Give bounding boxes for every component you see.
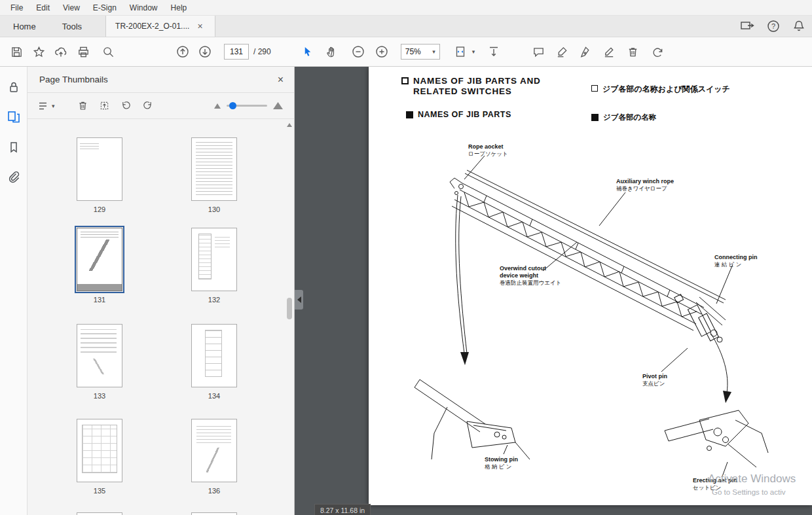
thumbnail-page-132[interactable]: 132 [181, 228, 247, 304]
help-icon: ? [767, 20, 780, 33]
page-thumbnails-panel-button[interactable] [7, 110, 21, 124]
tab-document[interactable]: TR-200EX-2_O-01.... × [105, 16, 215, 37]
hand-tool-button[interactable] [322, 42, 342, 62]
slider-knob[interactable] [229, 102, 236, 109]
tab-home[interactable]: Home [0, 16, 49, 37]
collapse-panel-button[interactable] [295, 290, 303, 310]
menu-edit[interactable]: Edit [29, 0, 56, 15]
large-thumbnail-icon[interactable] [272, 101, 284, 110]
sign-button[interactable] [576, 42, 595, 62]
thumbnail-page-133[interactable]: 133 [67, 324, 132, 400]
close-document-icon[interactable]: × [197, 22, 202, 31]
thumbnail-page-134[interactable]: 134 [181, 324, 247, 400]
thumbnail-image[interactable] [191, 137, 237, 201]
previous-page-button[interactable] [173, 42, 193, 62]
document-view-area: NAMES OF JIB PARTS AND RELATED SWITCHES … [295, 67, 812, 515]
label-connecting-pin: Connecting pin 連 結 ピ ン [714, 254, 758, 268]
main-toolbar: / 290 75% ▾ [0, 37, 812, 67]
menu-help[interactable]: Help [164, 0, 194, 15]
thumbnail-image[interactable] [77, 512, 122, 515]
chevron-down-icon[interactable]: ▾ [472, 48, 475, 55]
page-number-input[interactable] [224, 44, 249, 60]
thumbnail-scrollbar[interactable] [286, 122, 293, 514]
thumbnail-page-135[interactable]: 135 [67, 419, 132, 495]
star-button[interactable] [29, 42, 48, 62]
thumbnail-size-controls [213, 101, 284, 110]
lock-icon [7, 80, 20, 94]
help-button[interactable]: ? [767, 20, 780, 33]
thumbnail-image[interactable] [191, 419, 237, 482]
thumbnail-label: 131 [67, 296, 132, 304]
rotate-counterclockwise-button[interactable] [120, 100, 132, 111]
zoom-out-button[interactable] [348, 42, 368, 62]
scrollbar-thumb[interactable] [287, 298, 292, 319]
thumbnail-label: 130 [181, 205, 247, 213]
label-pivot-pin: Pivot pin 支点ピン [642, 373, 667, 387]
share-screen-button[interactable] [740, 20, 754, 33]
label-rope-socket: Rope aocket ロープソケット [468, 143, 508, 158]
highlighter-icon [556, 46, 568, 58]
thumbnail-image[interactable] [77, 419, 122, 482]
paperclip-icon [7, 170, 20, 183]
notifications-button[interactable] [792, 20, 805, 33]
fill-sign-button[interactable] [599, 42, 619, 62]
print-button[interactable] [73, 42, 93, 62]
rotate-ccw-icon [120, 100, 132, 111]
thumbnail-image[interactable] [77, 324, 122, 387]
marquee-zoom-icon [102, 46, 115, 58]
thumbnail-page-131-selected[interactable]: 131 [67, 228, 132, 304]
close-panel-icon[interactable]: × [278, 74, 284, 86]
hand-tool-icon [325, 46, 338, 58]
thumbnail-label: 133 [67, 392, 132, 400]
attachments-panel-button[interactable] [7, 170, 20, 183]
protection-panel-button[interactable] [7, 80, 20, 94]
share-file-button[interactable] [51, 42, 71, 62]
menu-view[interactable]: View [56, 0, 86, 15]
redo-icon [652, 46, 664, 58]
label-auxiliary-winch-rope: Auxiliary winch rope 補巻きワイヤロープ [616, 178, 674, 192]
thumbnail-options-button[interactable]: ▾ [38, 101, 55, 111]
main-area: Page Thumbnails × ▾ [0, 67, 812, 515]
thumbnail-page-129[interactable]: 129 [67, 137, 132, 213]
zoom-level-select[interactable]: 75% ▾ [401, 44, 440, 60]
thumbnail-label: 132 [181, 296, 247, 304]
marquee-zoom-button[interactable] [98, 42, 118, 62]
thumbnail-size-slider[interactable] [227, 105, 267, 107]
menu-file[interactable]: File [4, 0, 29, 15]
thumbnail-image[interactable] [191, 512, 237, 515]
thumbnail-image[interactable] [77, 137, 122, 201]
select-tool-button[interactable] [299, 42, 318, 62]
save-button[interactable] [7, 42, 26, 62]
chevron-down-icon: ▾ [52, 103, 55, 109]
redo-button[interactable] [648, 42, 667, 62]
bookmarks-panel-button[interactable] [7, 141, 20, 154]
thumbnail-image[interactable] [77, 228, 122, 291]
thumbnail-grid: 129 130 131 132 133 [28, 119, 285, 515]
zoom-in-button[interactable] [372, 42, 392, 62]
thumbnail-page-130[interactable]: 130 [181, 137, 247, 213]
delete-pages-button[interactable] [77, 100, 88, 111]
thumbnail-label: 134 [181, 392, 247, 400]
scroll-mode-icon [487, 45, 500, 58]
navigation-rail [0, 67, 28, 515]
highlight-button[interactable] [552, 42, 572, 62]
scroll-mode-button[interactable] [484, 42, 504, 62]
thumbnail-page-partial[interactable] [67, 512, 132, 515]
comment-button[interactable] [528, 42, 548, 62]
small-thumbnail-icon[interactable] [213, 103, 221, 109]
delete-button[interactable] [623, 42, 642, 62]
menu-window[interactable]: Window [123, 0, 164, 15]
scroll-up-icon[interactable] [287, 123, 292, 127]
thumbnail-page-partial[interactable] [181, 512, 247, 515]
label-stowing-pin: Stowing pin 格 納 ピ ン [485, 456, 518, 471]
extract-pages-button[interactable] [99, 100, 110, 111]
rotate-clockwise-button[interactable] [142, 100, 153, 111]
activate-windows-watermark-line2: Go to Settings to activ [712, 488, 786, 496]
page-fit-button[interactable] [451, 42, 470, 62]
thumbnail-image[interactable] [191, 324, 237, 387]
next-page-button[interactable] [195, 42, 215, 62]
thumbnail-image[interactable] [191, 228, 237, 291]
tab-tools[interactable]: Tools [49, 16, 95, 37]
thumbnail-page-136[interactable]: 136 [181, 419, 247, 495]
menu-esign[interactable]: E-Sign [86, 0, 123, 15]
